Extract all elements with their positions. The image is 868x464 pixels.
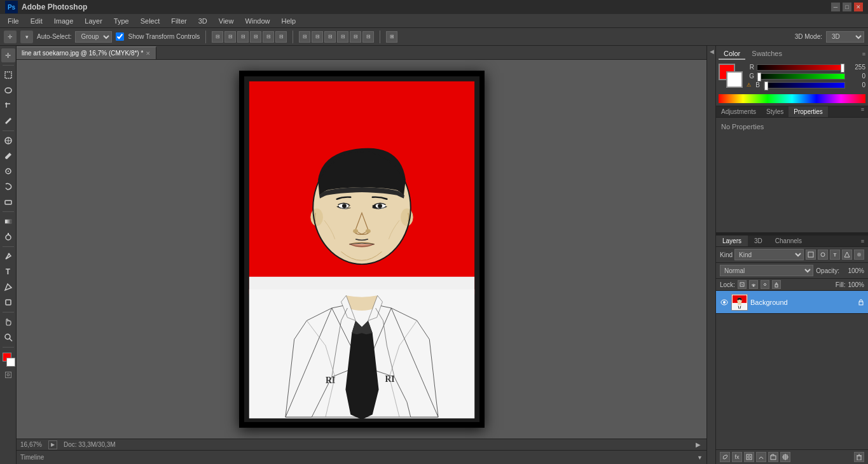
- b-slider[interactable]: [764, 82, 845, 88]
- zoom-tool[interactable]: [1, 330, 15, 344]
- dist-hcenter-btn[interactable]: ⊟: [350, 31, 361, 43]
- filter-pixel-btn[interactable]: [806, 250, 816, 260]
- document-tab[interactable]: line art soekarno.jpg @ 16,7% (CMYK/8*) …: [17, 46, 156, 59]
- align-right-btn[interactable]: ⊟: [237, 31, 249, 43]
- lock-image-btn[interactable]: [749, 280, 758, 289]
- align-center-v-btn[interactable]: ⊟: [263, 31, 274, 43]
- tab-3d[interactable]: 3D: [748, 236, 769, 246]
- menu-help[interactable]: Help: [277, 16, 301, 26]
- kind-dropdown[interactable]: Kind: [734, 249, 804, 260]
- clone-stamp-tool[interactable]: [1, 164, 15, 178]
- menu-type[interactable]: Type: [109, 16, 134, 26]
- align-center-h-btn[interactable]: ⊟: [224, 31, 236, 43]
- status-info-btn[interactable]: ▶: [48, 440, 57, 449]
- app-name: Ps Adobe Photoshop: [5, 1, 87, 13]
- dist-bottom-btn[interactable]: ⊟: [324, 31, 336, 43]
- layer-visibility-btn[interactable]: [720, 298, 729, 307]
- lock-all-btn[interactable]: [772, 280, 781, 289]
- menu-3d[interactable]: 3D: [193, 16, 212, 26]
- maximize-button[interactable]: □: [843, 3, 851, 11]
- background-swatch[interactable]: [726, 71, 743, 88]
- filter-adjust-btn[interactable]: [818, 250, 828, 260]
- color-spectrum-bar[interactable]: [719, 94, 865, 103]
- close-button[interactable]: ✕: [854, 3, 863, 11]
- minimize-button[interactable]: ─: [831, 3, 840, 11]
- dist-vcenter-btn[interactable]: ⊟: [312, 31, 323, 43]
- canvas-scroll-area[interactable]: RI RI: [17, 60, 706, 439]
- add-style-btn[interactable]: fx: [732, 452, 742, 462]
- filter-smart-btn[interactable]: [854, 250, 864, 260]
- transform-controls-btn[interactable]: ⊞: [386, 31, 397, 43]
- layers-panel-menu-btn[interactable]: ≡: [857, 238, 868, 244]
- new-group-btn[interactable]: [768, 452, 778, 462]
- menu-view[interactable]: View: [214, 16, 239, 26]
- show-transform-checkbox[interactable]: [116, 32, 124, 41]
- lock-position-btn[interactable]: [761, 280, 769, 289]
- brush-tool[interactable]: [1, 149, 15, 163]
- text-tool[interactable]: T: [1, 265, 15, 279]
- dist-top-btn[interactable]: ⊟: [299, 31, 310, 43]
- crop-tool[interactable]: [1, 99, 15, 113]
- menu-edit[interactable]: Edit: [25, 16, 48, 26]
- r-thumb[interactable]: [841, 64, 844, 73]
- quick-mask-btn[interactable]: ⊙: [5, 372, 11, 378]
- 3d-mode-dropdown[interactable]: 3D: [826, 31, 864, 43]
- blend-mode-dropdown[interactable]: Normal: [720, 265, 813, 276]
- dodge-tool[interactable]: [1, 230, 15, 244]
- tab-adjustments[interactable]: Adjustments: [716, 106, 761, 117]
- lock-transparent-btn[interactable]: [738, 280, 747, 289]
- menu-image[interactable]: Image: [49, 16, 79, 26]
- lasso-tool[interactable]: [1, 83, 15, 97]
- options-sep-2: [293, 31, 293, 43]
- add-mask-btn[interactable]: [744, 452, 754, 462]
- new-layer-btn[interactable]: [780, 452, 790, 462]
- r-slider[interactable]: [757, 64, 845, 71]
- new-adjustment-btn[interactable]: [756, 452, 766, 462]
- healing-brush-tool[interactable]: [1, 134, 15, 148]
- g-thumb[interactable]: [757, 73, 761, 81]
- filter-text-btn[interactable]: T: [830, 250, 840, 260]
- panel-collapse-icon[interactable]: ◀: [708, 48, 715, 55]
- link-layers-btn[interactable]: [720, 452, 730, 462]
- tab-styles[interactable]: Styles: [761, 106, 789, 117]
- eraser-tool[interactable]: [1, 195, 15, 209]
- move-tool[interactable]: ✛: [1, 48, 15, 62]
- dist-right-btn[interactable]: ⊟: [362, 31, 374, 43]
- align-bottom-btn[interactable]: ⊟: [275, 31, 287, 43]
- b-thumb[interactable]: [764, 81, 768, 90]
- align-top-btn[interactable]: ⊟: [250, 31, 261, 43]
- auto-select-dropdown[interactable]: Group Layer: [75, 31, 112, 43]
- tab-layers[interactable]: Layers: [716, 236, 748, 246]
- path-selection-tool[interactable]: [1, 280, 15, 294]
- tab-color[interactable]: Color: [719, 48, 745, 60]
- delete-layer-btn[interactable]: [854, 452, 864, 462]
- menu-file[interactable]: File: [3, 16, 24, 26]
- menu-filter[interactable]: Filter: [166, 16, 191, 26]
- status-arrow-btn[interactable]: ▶: [694, 440, 703, 449]
- tab-properties[interactable]: Properties: [789, 106, 828, 117]
- shape-tool[interactable]: [1, 295, 15, 309]
- tab-channels[interactable]: Channels: [769, 236, 808, 246]
- hand-tool[interactable]: [1, 315, 15, 329]
- history-brush-tool[interactable]: [1, 179, 15, 193]
- align-left-btn[interactable]: ⊟: [212, 31, 223, 43]
- rectangular-marquee-tool[interactable]: [1, 68, 15, 82]
- timeline-collapse-btn[interactable]: ▼: [697, 454, 703, 461]
- props-panel-menu-btn[interactable]: ≡: [857, 106, 868, 117]
- g-slider[interactable]: [757, 73, 845, 80]
- move-tool-options-icon[interactable]: ✛: [4, 31, 17, 43]
- options-arrow-icon[interactable]: ▾: [20, 31, 33, 43]
- background-color[interactable]: [6, 358, 15, 367]
- color-panel-menu-btn[interactable]: ≡: [862, 51, 865, 57]
- filter-shape-btn[interactable]: [842, 250, 852, 260]
- menu-window[interactable]: Window: [240, 16, 275, 26]
- menu-layer[interactable]: Layer: [79, 16, 107, 26]
- layer-item-background[interactable]: Background: [716, 291, 868, 314]
- pen-tool[interactable]: [1, 250, 15, 264]
- tab-swatches[interactable]: Swatches: [747, 48, 787, 60]
- document-tab-close[interactable]: ✕: [146, 50, 151, 57]
- menu-select[interactable]: Select: [135, 16, 165, 26]
- eyedropper-tool[interactable]: [1, 114, 15, 128]
- gradient-tool[interactable]: [1, 214, 15, 228]
- dist-left-btn[interactable]: ⊟: [337, 31, 348, 43]
